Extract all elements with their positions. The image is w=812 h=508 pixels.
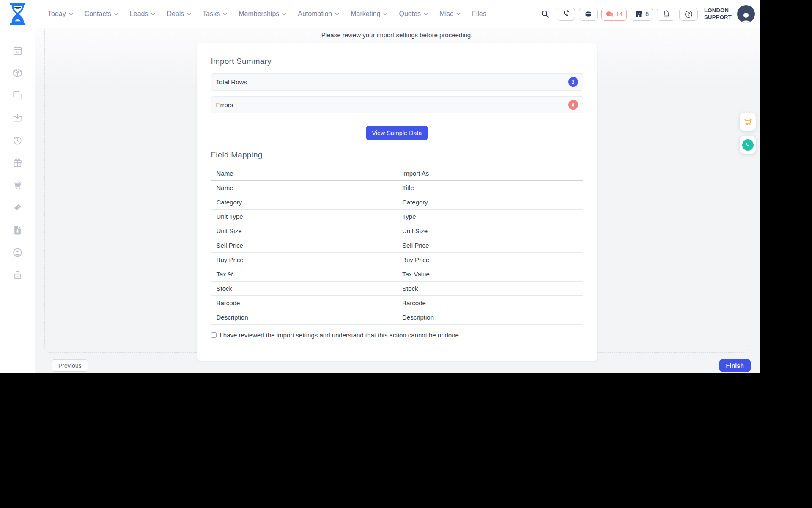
nav-item-label: Misc xyxy=(439,10,453,18)
source-field-cell: Unit Size xyxy=(211,224,397,238)
summary-rows: Total Rows 2 Errors 0 xyxy=(211,73,583,113)
nav-item[interactable]: Misc xyxy=(439,10,461,18)
store-button[interactable]: 8 xyxy=(631,8,653,21)
table-row: Name Title xyxy=(211,181,583,195)
source-field-cell: Tax % xyxy=(211,267,397,282)
target-field-cell: Unit Size xyxy=(397,224,583,238)
nav-item[interactable]: Today xyxy=(48,10,73,18)
column-header-name: Name xyxy=(211,166,397,181)
report-icon[interactable] xyxy=(12,224,23,235)
nav-item-label: Today xyxy=(48,10,66,18)
help-icon: ? xyxy=(685,10,693,18)
table-row: Buy Price Buy Price xyxy=(211,253,583,267)
nav-item-label: Tasks xyxy=(203,10,220,18)
table-row: Category Category xyxy=(211,195,583,210)
table-header-row: Name Import As xyxy=(211,166,583,181)
package-icon[interactable] xyxy=(12,67,23,78)
chevron-down-icon xyxy=(335,13,339,15)
gift-icon[interactable] xyxy=(12,157,23,168)
previous-button[interactable]: Previous xyxy=(52,359,88,372)
main-nav: Today Contacts Leads Deals xyxy=(48,10,486,18)
target-field-cell: Stock xyxy=(397,282,583,296)
import-summary-title: Import Summary xyxy=(211,57,583,66)
target-field-cell: Title xyxy=(397,181,583,195)
table-row: Description Description xyxy=(211,310,583,325)
chevron-down-icon xyxy=(187,13,191,15)
confirm-checkbox[interactable] xyxy=(211,332,217,338)
source-field-cell: Category xyxy=(211,195,397,210)
nav-item[interactable]: Contacts xyxy=(85,10,118,18)
chevron-down-icon xyxy=(282,13,286,15)
confirm-row: I have reviewed the import settings and … xyxy=(211,331,583,339)
source-field-cell: Barcode xyxy=(211,296,397,310)
avatar[interactable] xyxy=(737,5,755,23)
nav-item-label: Marketing xyxy=(351,10,380,18)
store-icon xyxy=(635,10,643,18)
import-wizard-panel: Please review your import settings befor… xyxy=(44,28,749,353)
target-field-cell: Buy Price xyxy=(397,253,583,267)
nav-item-label: Memberships xyxy=(239,10,279,18)
help-button[interactable]: ? xyxy=(679,8,698,21)
profile-label: LONDON SUPPORT xyxy=(704,7,732,20)
nav-item[interactable]: Memberships xyxy=(239,10,286,18)
coupon-icon[interactable] xyxy=(12,202,23,213)
chevron-down-icon xyxy=(69,13,73,15)
chevron-down-icon xyxy=(114,13,118,15)
phone-teal-icon xyxy=(742,139,754,151)
review-notice: Please review your import settings befor… xyxy=(45,28,749,39)
phone-icon xyxy=(562,10,570,18)
source-field-cell: Sell Price xyxy=(211,238,397,253)
nav-item[interactable]: Leads xyxy=(130,10,156,18)
call-widget[interactable] xyxy=(740,136,756,154)
nav-item[interactable]: Tasks xyxy=(203,10,227,18)
search-icon[interactable] xyxy=(539,8,551,20)
cart-widget[interactable] xyxy=(740,113,756,131)
table-row: Unit Size Unit Size xyxy=(211,224,583,238)
main-content: Please review your import settings befor… xyxy=(35,28,760,373)
view-sample-data-button[interactable]: View Sample Data xyxy=(366,126,427,140)
bell-icon xyxy=(663,10,670,18)
store-count-badge: 8 xyxy=(645,11,649,17)
field-mapping-table: Name Import As Name Title xyxy=(211,166,583,325)
nav-item[interactable]: Marketing xyxy=(351,10,387,18)
nav-item[interactable]: Deals xyxy=(167,10,191,18)
history-icon[interactable] xyxy=(12,135,23,146)
inbox-button[interactable] xyxy=(579,8,598,21)
table-row: Sell Price Sell Price xyxy=(211,238,583,253)
app-logo-icon[interactable] xyxy=(8,3,27,25)
left-sidebar: 12 xyxy=(0,28,35,373)
chevron-down-icon xyxy=(383,13,387,15)
calendar-12-icon[interactable]: 12 xyxy=(12,45,23,56)
summary-label: Errors xyxy=(216,101,233,108)
chevron-down-icon xyxy=(424,13,428,15)
finish-button[interactable]: Finish xyxy=(719,359,751,372)
summary-row: Errors 0 xyxy=(211,96,583,113)
nav-item[interactable]: Files xyxy=(472,10,486,18)
summary-row: Total Rows 2 xyxy=(211,73,583,91)
confirm-label: I have reviewed the import settings and … xyxy=(220,331,461,339)
svg-text:12: 12 xyxy=(16,50,19,54)
view-sample-row: View Sample Data xyxy=(211,126,583,140)
import-review-card: Import Summary Total Rows 2 Errors 0 xyxy=(197,43,597,361)
chevron-down-icon xyxy=(223,13,227,15)
account-icon[interactable] xyxy=(12,247,23,258)
table-row: Barcode Barcode xyxy=(211,296,583,310)
notifications-button[interactable] xyxy=(657,8,675,21)
top-header: Today Contacts Leads Deals xyxy=(0,0,760,28)
chat-button[interactable]: 14 xyxy=(601,8,627,21)
basket-in-icon[interactable] xyxy=(12,112,23,123)
lock-icon[interactable] xyxy=(12,269,23,280)
column-header-import-as: Import As xyxy=(397,166,583,181)
header-actions: 14 8 ? LONDON SUPPORT xyxy=(539,5,755,23)
nav-item[interactable]: Automation xyxy=(298,10,339,18)
svg-text:?: ? xyxy=(687,12,690,17)
source-field-cell: Name xyxy=(211,181,397,195)
copy-icon[interactable] xyxy=(12,90,23,101)
phone-button[interactable] xyxy=(557,8,575,21)
table-row: Stock Stock xyxy=(211,282,583,296)
nav-item[interactable]: Quotes xyxy=(399,10,428,18)
source-field-cell: Unit Type xyxy=(211,210,397,224)
count-badge: 2 xyxy=(568,77,578,87)
cart-icon[interactable] xyxy=(12,179,23,190)
field-mapping-title: Field Mapping xyxy=(211,150,583,160)
